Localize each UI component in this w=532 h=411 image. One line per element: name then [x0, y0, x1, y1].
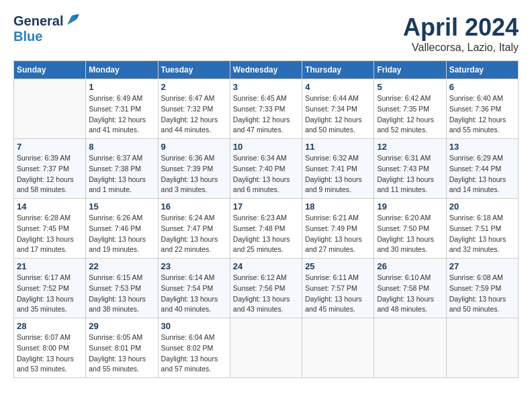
day-number: 14	[17, 201, 83, 212]
calendar-day-cell: 11Sunrise: 6:32 AMSunset: 7:41 PMDayligh…	[302, 139, 374, 199]
calendar-day-cell: 22Sunrise: 6:15 AMSunset: 7:53 PMDayligh…	[86, 259, 158, 318]
day-info: Sunrise: 6:47 AMSunset: 7:32 PMDaylight:…	[161, 93, 227, 136]
calendar-day-cell: 16Sunrise: 6:24 AMSunset: 7:47 PMDayligh…	[158, 199, 230, 259]
day-number: 10	[233, 142, 299, 152]
calendar-day-cell: 12Sunrise: 6:31 AMSunset: 7:43 PMDayligh…	[374, 139, 446, 199]
day-info: Sunrise: 6:24 AMSunset: 7:47 PMDaylight:…	[161, 213, 227, 255]
calendar-day-cell	[14, 79, 86, 139]
day-info: Sunrise: 6:10 AMSunset: 7:58 PMDaylight:…	[377, 273, 443, 315]
weekday-header-thursday: Thursday	[302, 61, 374, 79]
calendar-day-cell: 24Sunrise: 6:12 AMSunset: 7:56 PMDayligh…	[230, 259, 302, 318]
logo: General Blue	[13, 13, 79, 44]
calendar-week-row: 21Sunrise: 6:17 AMSunset: 7:52 PMDayligh…	[14, 259, 519, 318]
calendar-day-cell: 10Sunrise: 6:34 AMSunset: 7:40 PMDayligh…	[230, 139, 302, 199]
day-info: Sunrise: 6:31 AMSunset: 7:43 PMDaylight:…	[377, 153, 443, 195]
calendar-day-cell	[446, 318, 518, 378]
day-number: 23	[161, 261, 227, 271]
day-number: 24	[233, 261, 299, 271]
day-number: 17	[233, 201, 299, 212]
calendar-week-row: 1Sunrise: 6:49 AMSunset: 7:31 PMDaylight…	[14, 79, 519, 139]
logo-blue-text: Blue	[13, 29, 42, 44]
logo-general-text: General	[13, 13, 63, 29]
day-number: 5	[377, 82, 443, 92]
day-number: 30	[161, 321, 227, 331]
day-info: Sunrise: 6:26 AMSunset: 7:46 PMDaylight:…	[89, 213, 154, 255]
day-number: 26	[377, 261, 443, 271]
day-number: 4	[305, 82, 371, 92]
calendar-day-cell: 3Sunrise: 6:45 AMSunset: 7:33 PMDaylight…	[230, 79, 302, 139]
day-number: 15	[89, 201, 154, 212]
calendar-day-cell: 5Sunrise: 6:42 AMSunset: 7:35 PMDaylight…	[374, 79, 446, 139]
day-info: Sunrise: 6:20 AMSunset: 7:50 PMDaylight:…	[377, 213, 443, 255]
day-number: 18	[305, 201, 371, 212]
day-number: 25	[305, 261, 371, 271]
day-number: 19	[377, 201, 443, 212]
day-info: Sunrise: 6:44 AMSunset: 7:34 PMDaylight:…	[305, 93, 371, 136]
day-info: Sunrise: 6:05 AMSunset: 8:01 PMDaylight:…	[89, 332, 154, 375]
calendar-day-cell: 4Sunrise: 6:44 AMSunset: 7:34 PMDaylight…	[302, 79, 374, 139]
day-number: 12	[377, 142, 443, 152]
calendar-day-cell: 14Sunrise: 6:28 AMSunset: 7:45 PMDayligh…	[14, 199, 86, 259]
day-info: Sunrise: 6:39 AMSunset: 7:37 PMDaylight:…	[17, 153, 83, 195]
weekday-header-wednesday: Wednesday	[230, 61, 302, 79]
day-number: 2	[161, 82, 227, 92]
calendar-day-cell: 20Sunrise: 6:18 AMSunset: 7:51 PMDayligh…	[446, 199, 518, 259]
calendar-day-cell: 26Sunrise: 6:10 AMSunset: 7:58 PMDayligh…	[374, 259, 446, 318]
calendar-day-cell: 29Sunrise: 6:05 AMSunset: 8:01 PMDayligh…	[86, 318, 158, 378]
calendar-day-cell: 1Sunrise: 6:49 AMSunset: 7:31 PMDaylight…	[86, 79, 158, 139]
day-info: Sunrise: 6:18 AMSunset: 7:51 PMDaylight:…	[449, 213, 515, 255]
day-info: Sunrise: 6:15 AMSunset: 7:53 PMDaylight:…	[89, 273, 154, 315]
logo-bird-icon	[64, 13, 79, 28]
calendar-day-cell	[230, 318, 302, 378]
day-info: Sunrise: 6:28 AMSunset: 7:45 PMDaylight:…	[17, 213, 83, 255]
day-number: 6	[449, 82, 515, 92]
header: General Blue April 2024 Vallecorsa, Lazi…	[13, 13, 519, 54]
day-info: Sunrise: 6:45 AMSunset: 7:33 PMDaylight:…	[233, 93, 299, 136]
day-number: 13	[449, 142, 515, 152]
day-number: 11	[305, 142, 371, 152]
day-info: Sunrise: 6:29 AMSunset: 7:44 PMDaylight:…	[449, 153, 515, 195]
calendar-day-cell: 23Sunrise: 6:14 AMSunset: 7:54 PMDayligh…	[158, 259, 230, 318]
calendar-week-row: 7Sunrise: 6:39 AMSunset: 7:37 PMDaylight…	[14, 139, 519, 199]
weekday-header-tuesday: Tuesday	[158, 61, 230, 79]
title-area: April 2024 Vallecorsa, Lazio, Italy	[403, 13, 519, 54]
calendar-day-cell: 19Sunrise: 6:20 AMSunset: 7:50 PMDayligh…	[374, 199, 446, 259]
day-number: 29	[89, 321, 154, 331]
day-info: Sunrise: 6:12 AMSunset: 7:56 PMDaylight:…	[233, 273, 299, 315]
day-number: 27	[449, 261, 515, 271]
day-info: Sunrise: 6:11 AMSunset: 7:57 PMDaylight:…	[305, 273, 371, 315]
calendar-day-cell	[374, 318, 446, 378]
calendar-day-cell: 9Sunrise: 6:36 AMSunset: 7:39 PMDaylight…	[158, 139, 230, 199]
calendar-day-cell: 27Sunrise: 6:08 AMSunset: 7:59 PMDayligh…	[446, 259, 518, 318]
day-info: Sunrise: 6:42 AMSunset: 7:35 PMDaylight:…	[377, 93, 443, 136]
day-number: 1	[89, 82, 154, 92]
day-info: Sunrise: 6:08 AMSunset: 7:59 PMDaylight:…	[449, 273, 515, 315]
day-info: Sunrise: 6:04 AMSunset: 8:02 PMDaylight:…	[161, 332, 227, 375]
day-info: Sunrise: 6:17 AMSunset: 7:52 PMDaylight:…	[17, 273, 83, 315]
day-number: 20	[449, 201, 515, 212]
day-info: Sunrise: 6:23 AMSunset: 7:48 PMDaylight:…	[233, 213, 299, 255]
calendar-day-cell: 18Sunrise: 6:21 AMSunset: 7:49 PMDayligh…	[302, 199, 374, 259]
day-info: Sunrise: 6:32 AMSunset: 7:41 PMDaylight:…	[305, 153, 371, 195]
calendar-day-cell: 13Sunrise: 6:29 AMSunset: 7:44 PMDayligh…	[446, 139, 518, 199]
day-number: 28	[17, 321, 83, 331]
day-number: 22	[89, 261, 154, 271]
calendar-day-cell: 15Sunrise: 6:26 AMSunset: 7:46 PMDayligh…	[86, 199, 158, 259]
calendar-day-cell: 17Sunrise: 6:23 AMSunset: 7:48 PMDayligh…	[230, 199, 302, 259]
weekday-header-friday: Friday	[374, 61, 446, 79]
location-title: Vallecorsa, Lazio, Italy	[403, 42, 519, 54]
weekday-header-sunday: Sunday	[14, 61, 86, 79]
calendar-day-cell: 21Sunrise: 6:17 AMSunset: 7:52 PMDayligh…	[14, 259, 86, 318]
calendar-week-row: 14Sunrise: 6:28 AMSunset: 7:45 PMDayligh…	[14, 199, 519, 259]
calendar-day-cell: 7Sunrise: 6:39 AMSunset: 7:37 PMDaylight…	[14, 139, 86, 199]
day-number: 3	[233, 82, 299, 92]
calendar-table: SundayMondayTuesdayWednesdayThursdayFrid…	[13, 60, 519, 378]
calendar-day-cell: 2Sunrise: 6:47 AMSunset: 7:32 PMDaylight…	[158, 79, 230, 139]
calendar-day-cell: 28Sunrise: 6:07 AMSunset: 8:00 PMDayligh…	[14, 318, 86, 378]
day-info: Sunrise: 6:21 AMSunset: 7:49 PMDaylight:…	[305, 213, 371, 255]
day-info: Sunrise: 6:14 AMSunset: 7:54 PMDaylight:…	[161, 273, 227, 315]
calendar-day-cell: 6Sunrise: 6:40 AMSunset: 7:36 PMDaylight…	[446, 79, 518, 139]
day-number: 7	[17, 142, 83, 152]
day-number: 21	[17, 261, 83, 271]
weekday-header-saturday: Saturday	[446, 61, 518, 79]
